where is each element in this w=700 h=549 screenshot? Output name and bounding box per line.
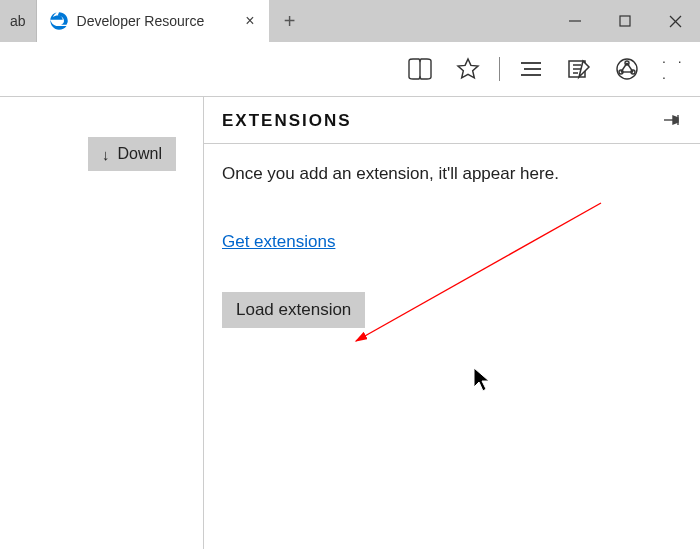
mouse-cursor-icon xyxy=(473,367,493,393)
tab-label: ab xyxy=(10,13,26,29)
download-label: Downl xyxy=(118,145,162,163)
titlebar: ab Developer Resource × + xyxy=(0,0,700,42)
tab-active[interactable]: Developer Resource × xyxy=(37,0,269,42)
close-window-button[interactable] xyxy=(650,0,700,42)
download-arrow-icon: ↓ xyxy=(102,146,110,163)
edge-logo-icon xyxy=(49,11,69,31)
more-icon[interactable]: · · · xyxy=(662,56,688,82)
extensions-header: EXTENSIONS xyxy=(204,97,700,144)
hub-icon[interactable] xyxy=(518,56,544,82)
svg-line-14 xyxy=(627,63,633,72)
tab-title: Developer Resource xyxy=(77,13,234,29)
toolbar: · · · xyxy=(0,42,700,96)
new-tab-button[interactable]: + xyxy=(269,0,311,42)
get-extensions-link[interactable]: Get extensions xyxy=(222,232,335,252)
reading-list-icon[interactable] xyxy=(407,56,433,82)
pin-icon[interactable] xyxy=(664,113,682,130)
minimize-button[interactable] xyxy=(550,0,600,42)
maximize-button[interactable] xyxy=(600,0,650,42)
web-notes-icon[interactable] xyxy=(566,56,592,82)
svg-rect-1 xyxy=(620,16,630,26)
load-extension-button[interactable]: Load extension xyxy=(222,292,365,328)
drag-region xyxy=(311,0,550,42)
plus-icon: + xyxy=(284,10,296,33)
svg-line-13 xyxy=(621,63,627,72)
extensions-description: Once you add an extension, it'll appear … xyxy=(222,164,682,184)
page-body: ↓ Downl EXTENSIONS Once you add an exten… xyxy=(0,97,700,549)
toolbar-separator xyxy=(499,57,500,81)
favorites-star-icon[interactable] xyxy=(455,56,481,82)
extensions-panel: EXTENSIONS Once you add an extension, it… xyxy=(203,97,700,549)
download-button[interactable]: ↓ Downl xyxy=(88,137,176,171)
tab-inactive[interactable]: ab xyxy=(0,0,37,42)
extensions-title: EXTENSIONS xyxy=(222,111,352,131)
tab-close-icon[interactable]: × xyxy=(241,10,258,32)
share-icon[interactable] xyxy=(614,56,640,82)
extensions-body: Once you add an extension, it'll appear … xyxy=(204,144,700,348)
